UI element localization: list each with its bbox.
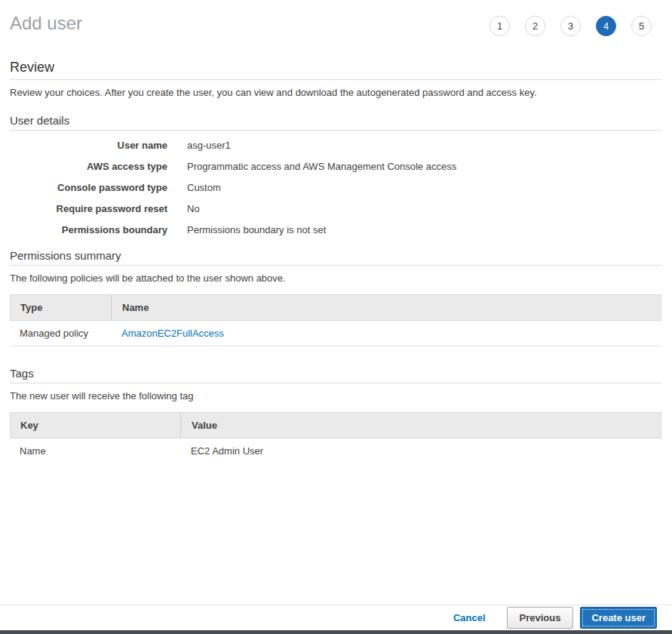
detail-value: Permissions boundary is not set: [187, 224, 326, 235]
detail-row-password-type: Console password type Custom: [10, 182, 661, 193]
user-details-list: User name asg-user1 AWS access type Prog…: [10, 140, 661, 235]
divider: [10, 130, 661, 131]
cancel-link[interactable]: Cancel: [453, 612, 486, 623]
add-user-wizard: Add user 1 2 3 4 5 Review Review your ch…: [0, 0, 672, 463]
column-header-key: Key: [11, 413, 181, 438]
column-header-value: Value: [181, 413, 661, 438]
tags-table: Key Value Name EC2 Admin User: [10, 412, 661, 463]
policy-link[interactable]: AmazonEC2FullAccess: [121, 328, 224, 339]
table-row: Name EC2 Admin User: [10, 439, 661, 463]
tags-heading: Tags: [10, 367, 661, 380]
detail-value: asg-user1: [187, 140, 231, 151]
detail-label: Require password reset: [10, 203, 167, 214]
divider: [10, 265, 661, 266]
review-description: Review your choices. After you create th…: [10, 87, 661, 98]
divider: [10, 79, 661, 80]
detail-label: AWS access type: [10, 161, 167, 172]
permissions-description: The following policies will be attached …: [10, 272, 661, 284]
previous-button[interactable]: Previous: [507, 607, 574, 629]
permissions-summary-heading: Permissions summary: [10, 249, 661, 263]
tags-description: The new user will receive the following …: [10, 390, 661, 402]
wizard-step-5: 5: [631, 16, 652, 36]
review-heading: Review: [10, 59, 661, 75]
create-user-button[interactable]: Create user: [580, 607, 657, 629]
wizard-step-3: 3: [560, 16, 581, 36]
wizard-step-4: 4: [596, 16, 616, 36]
tag-key-cell: Name: [10, 445, 180, 457]
detail-row-permissions-boundary: Permissions boundary Permissions boundar…: [10, 224, 661, 235]
detail-label: Console password type: [10, 182, 167, 193]
detail-row-user-name: User name asg-user1: [10, 140, 661, 151]
tags-table-header: Key Value: [10, 412, 661, 439]
tag-value-cell: EC2 Admin User: [180, 445, 661, 457]
detail-row-access-type: AWS access type Programmatic access and …: [10, 161, 661, 172]
detail-value: Custom: [187, 182, 221, 193]
permissions-table: Type Name Managed policy AmazonEC2FullAc…: [10, 294, 661, 346]
wizard-footer: Cancel Previous Create user: [0, 605, 672, 630]
detail-label: Permissions boundary: [10, 224, 167, 235]
table-row: Managed policy AmazonEC2FullAccess: [10, 321, 661, 346]
wizard-header: Add user 1 2 3 4 5: [10, 0, 661, 36]
wizard-step-indicator: 1 2 3 4 5: [474, 16, 652, 36]
policy-name-cell: AmazonEC2FullAccess: [111, 328, 661, 339]
console-footer-bar: [0, 630, 672, 634]
detail-value: Programmatic access and AWS Management C…: [187, 161, 456, 172]
column-header-name: Name: [112, 295, 661, 320]
column-header-type: Type: [11, 295, 112, 320]
detail-label: User name: [10, 140, 167, 151]
detail-value: No: [187, 203, 200, 214]
divider: [10, 383, 661, 383]
wizard-step-1: 1: [489, 16, 510, 36]
policy-type-cell: Managed policy: [10, 328, 111, 339]
detail-row-password-reset: Require password reset No: [10, 203, 661, 214]
user-details-heading: User details: [10, 114, 661, 128]
permissions-table-header: Type Name: [10, 294, 661, 321]
wizard-step-2: 2: [525, 16, 545, 36]
